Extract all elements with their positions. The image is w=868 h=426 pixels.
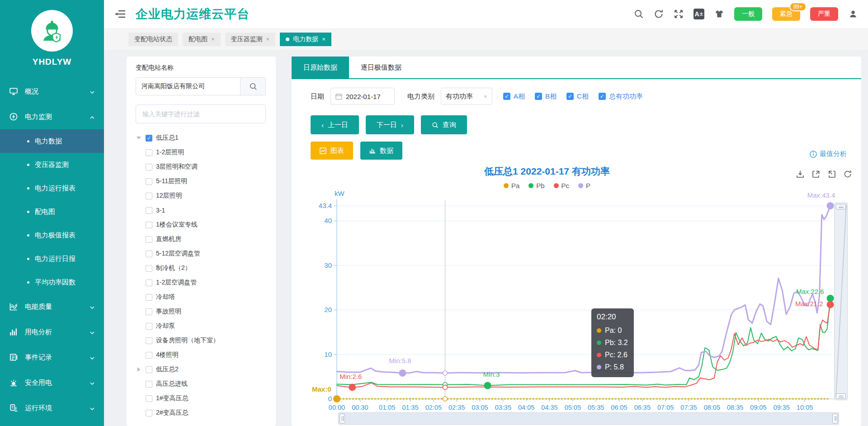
sidebar-item-7[interactable]: 运行环境 [0,395,104,421]
datazoom-handle-bottom[interactable] [836,393,846,399]
tree-node[interactable]: 1#变高压总 [136,391,267,406]
prev-day-button[interactable]: ‹ 上一日 [311,115,359,134]
refresh-icon[interactable] [654,9,664,19]
tree-checkbox[interactable] [146,366,152,373]
checkbox-checked-icon[interactable]: ✓ [566,93,574,100]
theme-icon[interactable] [714,9,724,19]
max-min-analysis-link[interactable]: 最值分析 [810,150,847,158]
tree-checkbox[interactable] [146,381,152,388]
download-icon[interactable] [796,170,805,179]
sidebar-subitem[interactable]: 配电图 [0,200,104,223]
checkbox-checked-icon[interactable]: ✓ [503,93,510,100]
power-type-select[interactable]: 有功功率 ∨ [441,88,492,105]
tree-node-child[interactable]: 3层照明和空调 [136,160,267,174]
tree-node[interactable]: ✓低压总1 [136,131,267,145]
sidebar-subitem[interactable]: 电力运行日报 [0,247,104,270]
tree-checkbox[interactable] [146,149,152,156]
close-tab-icon[interactable]: × [322,36,326,43]
tree-node-child[interactable]: 冷却泵 [136,319,267,333]
user-icon[interactable] [848,9,858,19]
sidebar-item-1[interactable]: 概况 [0,79,104,104]
search-icon[interactable] [634,9,644,19]
data-view-button[interactable]: 数据 [360,142,402,160]
date-picker[interactable]: 2022-01-17 [330,88,395,105]
sidebar-subitem[interactable]: 平均功率因数 [0,270,104,294]
phase-checkbox[interactable]: ✓B相 [535,92,557,101]
translate-icon[interactable]: A文 [693,9,704,19]
query-button[interactable]: 查询 [421,115,467,134]
sidebar-subitem[interactable]: 电力极值报表 [0,223,104,247]
tree-checkbox[interactable] [146,279,152,286]
fullscreen-icon[interactable] [674,9,684,19]
tree-checkbox[interactable] [146,222,152,228]
restore-icon[interactable] [827,170,836,179]
zoom-box-icon[interactable] [811,170,821,179]
tree-checkbox[interactable] [146,294,152,301]
sidebar-item-6[interactable]: 安全用电 [0,370,104,395]
sidebar-item-5[interactable]: 事件记录 [0,345,104,370]
tree-node-child[interactable]: 12层照明 [136,189,267,203]
tree-node-child[interactable]: 3-1 [136,203,267,218]
tree-node[interactable]: 低压总2 [136,362,267,377]
tree-node[interactable]: 高压总进线 [136,377,267,391]
sidebar-subitem[interactable]: 电力数据 [0,129,104,153]
tree-checkbox[interactable] [146,308,152,315]
close-tab-icon[interactable]: × [211,36,215,43]
tree-checkbox[interactable] [146,164,152,170]
alarm-badge[interactable]: 严重 [810,7,838,21]
datazoom-handle-left[interactable] [340,414,345,423]
breadcrumb-tab[interactable]: 配电图× [183,33,221,46]
sidebar-item-4[interactable]: 用电分析 [0,319,104,345]
tree-node-child[interactable]: 直燃机房 [136,232,267,246]
tree-checkbox[interactable] [146,178,152,185]
tree-checkbox[interactable] [146,251,152,257]
tree-checkbox[interactable] [146,236,152,243]
phase-checkbox[interactable]: ✓A相 [503,92,525,101]
tree-node-child[interactable]: 冷却塔 [136,290,267,304]
data-tab[interactable]: 日原始数据 [292,57,349,78]
checkbox-checked-icon[interactable]: ✓ [599,93,606,100]
sidebar-item-3[interactable]: 电能质量 [0,294,104,319]
alarm-badge[interactable]: 一般 [734,7,762,21]
vertical-datazoom-slider[interactable] [834,203,848,400]
alarm-badge[interactable]: 紧急99+ [772,7,800,21]
station-search-button[interactable] [241,77,266,95]
datazoom-handle-right[interactable] [832,414,838,423]
caret-right-icon[interactable] [136,366,142,373]
checkbox-checked-icon[interactable]: ✓ [535,93,542,100]
breadcrumb-tab[interactable]: 变压器监测× [225,33,276,46]
chart-view-button[interactable]: 图表 [311,142,353,160]
tree-node-child[interactable]: 1-2层空调盘管 [136,275,267,290]
next-day-button[interactable]: 下一日 › [366,115,414,134]
tree-node-child[interactable]: 4楼照明 [136,348,267,362]
tree-checkbox[interactable] [146,337,152,344]
tree-node-child[interactable]: 5-12层空调盘管 [136,246,267,261]
datazoom-handle-top[interactable] [836,204,846,209]
tree-node-child[interactable]: 1楼会议室专线 [136,218,267,232]
sidebar-subitem[interactable]: 电力运行报表 [0,176,104,200]
phase-checkbox[interactable]: ✓总有功功率 [599,92,643,101]
tree-checkbox[interactable] [146,265,152,272]
menu-collapse-icon[interactable] [115,9,126,19]
caret-down-icon[interactable] [136,135,142,141]
sidebar-item-2[interactable]: 电力监测 [0,104,104,129]
tree-node-child[interactable]: 设备房照明（地下室） [136,333,267,348]
breadcrumb-tab[interactable]: 电力数据× [280,33,331,46]
tree-checkbox[interactable] [146,395,152,402]
refresh-chart-icon[interactable] [843,170,852,179]
data-tab[interactable]: 逐日极值数据 [349,57,413,78]
tree-node-child[interactable]: 制冷机（2） [136,261,267,275]
breadcrumb-tab[interactable]: 变配电站状态 [128,33,178,46]
tree-checkbox[interactable] [146,207,152,214]
tree-checkbox[interactable] [146,352,152,359]
tree-node-child[interactable]: 事故照明 [136,304,267,319]
horizontal-datazoom-slider[interactable] [338,412,839,425]
tree-filter-input[interactable] [136,104,266,123]
tree-node-child[interactable]: 1-2层照明 [136,145,267,160]
close-tab-icon[interactable]: × [266,36,270,43]
tree-checkbox[interactable]: ✓ [146,135,152,142]
tree-node-child[interactable]: 5-11层照明 [136,174,267,189]
phase-checkbox[interactable]: ✓C相 [566,92,589,101]
tree-node[interactable]: 2#变高压总 [136,406,267,420]
sidebar-subitem[interactable]: 变压器监测 [0,153,104,176]
